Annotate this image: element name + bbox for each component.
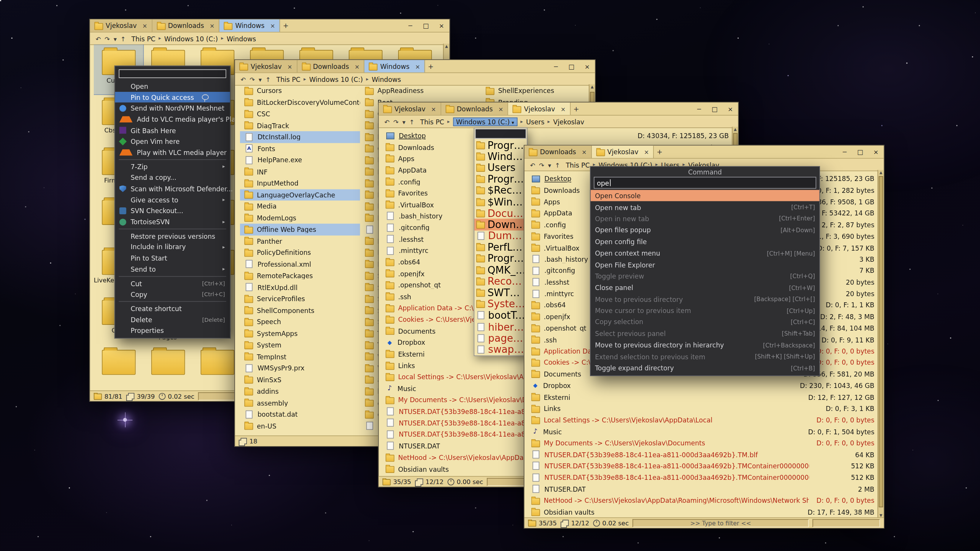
file-row-music[interactable]: ♪MusicD: 0, F: 1, 504 bytes [527,426,877,437]
nav-icon-item[interactable]: ↑ [553,161,562,168]
nav-icon-item[interactable]: ▾ [112,35,119,42]
maximize-button[interactable]: □ [707,103,723,115]
menu-item-send-with-nordvpn-meshnet[interactable]: Send with NordVPN Meshnet [115,103,230,114]
dropdown-item-downloads[interactable]: Downloads [474,219,527,230]
scroll-up-icon[interactable]: ▲ [732,127,738,132]
nav-icon-item[interactable]: ▾ [400,118,407,125]
nav-icon-item[interactable]: ↶ [239,76,248,83]
breadcrumb-segment-this-pc[interactable]: This PC [276,75,301,83]
dropdown-item-qmk-msys[interactable]: QMK_MSYS [474,264,527,276]
maximize-button[interactable]: □ [564,60,580,73]
dropdown-item-pagefile-sys[interactable]: pagefile.sys [474,333,527,344]
palette-item-open-context-menu[interactable]: Open context menu[Ctrl+M] [Menu] [591,247,820,259]
filter-box[interactable]: >> Type to filter << [632,519,808,527]
palette-item-open-config-file[interactable]: Open config file [591,236,820,247]
dropdown-item-windows[interactable]: Windows [474,151,527,162]
breadcrumb-segment-vjekoslav[interactable]: Vjekoslav [553,118,584,126]
file-row-assembly[interactable]: assembly [240,397,360,409]
tab-vjekoslav[interactable]: Vjekoslav× [508,103,571,115]
file-row-bitlockerdiscoveryvolumecontents[interactable]: BitLockerDiscoveryVolumeContents [240,96,360,108]
file-row-local-settings-c-users-vjekoslav[interactable]: Local Settings -> C:\Users\Vjekoslav\App… [527,414,877,426]
maximize-button[interactable]: □ [853,145,868,158]
breadcrumb-segment-windows[interactable]: Windows [372,75,401,83]
dropdown-item-program-files-x86[interactable]: Program Files (x86) [474,173,527,185]
new-tab-button[interactable]: + [425,60,436,73]
tab-close-icon[interactable]: × [270,22,275,29]
menu-item-properties[interactable]: Properties [115,325,230,336]
palette-item-open-new-tab[interactable]: Open new tab[Ctrl+T] [591,201,820,213]
dropdown-item-hiberfil-sys[interactable]: hiberfil.sys [474,321,527,333]
file-row-addins[interactable]: addins [240,385,360,397]
grid-item[interactable] [94,344,143,391]
menu-item-copy[interactable]: Copy[Ctrl+C] [115,289,230,300]
file-row-remotepackages[interactable]: RemotePackages [240,270,360,281]
nav-icon-item[interactable]: ↷ [537,161,546,168]
breadcrumb-segment-this-pc[interactable]: This PC [131,35,155,42]
file-row-ntuser-dat[interactable]: NTUSER.DAT2 MB [527,483,877,495]
scroll-up-icon[interactable]: ▲ [444,44,449,49]
file-row-helppane-exe[interactable]: HelpPane.exe [240,154,360,166]
nav-icon-item[interactable]: ↑ [407,118,416,125]
close-button[interactable]: × [868,145,884,158]
path-input[interactable] [475,129,526,139]
scroll-up-icon[interactable]: ▲ [878,170,884,175]
tab-vjekoslav[interactable]: Vjekoslav× [592,145,654,158]
tab-close-icon[interactable]: × [354,63,359,70]
tab-downloads[interactable]: Downloads× [297,60,365,73]
title-bar[interactable]: Vjekoslav×Downloads×Windows× + ─ □ × [90,20,449,33]
file-row-nethood-c-users-vjekoslav-appdat[interactable]: NetHood -> C:\Users\Vjekoslav\AppData\Ro… [527,495,877,506]
menu-item-pin-to-quick-access[interactable]: Pin to Quick access [115,91,230,103]
menu-item-send-to[interactable]: Send to▸ [115,264,230,275]
breadcrumb-segment-windows-10-c[interactable]: Windows 10 (C:)▾ [453,117,517,126]
title-bar[interactable]: Vjekoslav×Downloads×Vjekoslav× + ─ □ × [379,103,738,116]
file-row-offline-web-pages[interactable]: Offline Web Pages [240,223,360,235]
menu-item-restore-previous-versions[interactable]: Restore previous versions [115,230,230,241]
menu-item-delete[interactable]: Delete[Delete] [115,314,230,325]
nav-icon-item[interactable]: ↑ [119,35,127,42]
dropdown-item-recovery[interactable]: Recovery [474,276,527,287]
tab-close-icon[interactable]: × [431,105,436,112]
menu-item-include-in-library[interactable]: Include in library▸ [115,241,230,253]
tab-vjekoslav[interactable]: Vjekoslav× [379,103,441,115]
file-row-fonts[interactable]: AFonts [240,143,360,154]
dropdown-item-perflogs[interactable]: PerfLogs [474,241,527,253]
menu-item-play-with-vlc-media-player[interactable]: Play with VLC media player [115,147,230,158]
close-button[interactable]: × [722,103,738,115]
dropdown-item-dumpstack-log-tmp[interactable]: DumpStack.log.tmp [474,230,527,242]
tab-downloads[interactable]: Downloads× [152,20,220,32]
file-row-tempinst[interactable]: TempInst [240,351,360,362]
title-bar[interactable]: Vjekoslav×Downloads×Windows× + ─ □ × [235,60,595,73]
dropdown-item-boottel-dat[interactable]: bootTel.dat [474,310,527,321]
palette-item-move-to-previous-directory-in-hi[interactable]: Move to previous directory in hierarchy[… [591,339,820,351]
menu-item-open-vim-here[interactable]: Open Vim here [115,136,230,147]
dropdown-item-program-files[interactable]: Program Files [474,139,527,151]
menu-item-git-bash-here[interactable]: Git Bash Here [115,125,230,136]
palette-item-open-file-explorer[interactable]: Open File Explorer [591,259,820,270]
file-row-diagtrack[interactable]: DiagTrack [240,120,360,131]
file-row-bootstat-dat[interactable]: bootstat.dat [240,409,360,420]
tab-close-icon[interactable]: × [287,63,292,70]
dropdown-item-users[interactable]: Users [474,162,527,173]
palette-item-move-cursor-to-previous-item[interactable]: Move cursor to previous item[Ctrl+Up] [591,305,820,316]
tab-close-icon[interactable]: × [210,22,215,29]
dropdown-item-swtools[interactable]: SWTOOLS [474,287,527,298]
file-row-obsidian-vaults[interactable]: Obsidian vaultsD: 17, F: 149, 38 MB [527,506,877,518]
file-row-appreadiness[interactable]: AppReadiness [361,85,480,96]
palette-item-extend-selection-to-previous-ite[interactable]: Extend selection to previous item[Shift+… [591,351,820,362]
minimize-button[interactable]: ─ [837,145,853,158]
dropdown-item-winreagent[interactable]: $WinREAgent [474,196,527,208]
dropdown-item-system-volume-information[interactable]: System Volume Information [474,298,527,310]
file-row-en-us[interactable]: en-US [240,420,360,432]
nav-icon-item[interactable]: ↶ [528,161,537,168]
file-row-inputmethod[interactable]: InputMethod [240,178,360,189]
file-row-csc[interactable]: CSC [240,108,360,119]
nav-icon-item[interactable]: ↑ [264,76,273,83]
menu-item-send-a-copy[interactable]: Send a copy... [115,172,230,183]
file-row-inf[interactable]: INF [240,166,360,177]
file-row-systemapps[interactable]: SystemApps [240,328,360,339]
scrollbar-thumb[interactable] [879,176,883,507]
rename-input[interactable] [119,69,226,78]
close-button[interactable]: × [434,20,449,32]
maximize-button[interactable]: □ [418,20,434,32]
palette-item-copy-selection[interactable]: Copy selection[Ctrl+C] [591,316,820,328]
